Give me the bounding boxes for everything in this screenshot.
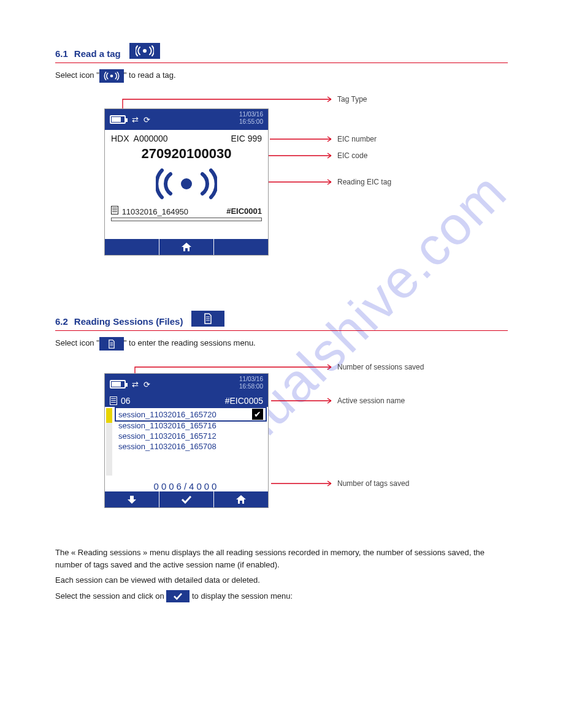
svg-point-1 [110,75,113,78]
bottom-bar [105,239,268,255]
list-item[interactable]: session_11032016_165712 [116,431,266,441]
document-icon-2 [110,396,117,405]
status-date-2: 11/03/16 [239,376,263,382]
callout-tags-count: Number of tags saved [337,479,409,488]
document-chip-icon [191,311,224,327]
status-icons: ⇄ ⟳ [132,115,151,124]
scrollbar[interactable] [106,408,112,476]
sec2-para2: Each session can be viewed with detailed… [55,574,508,586]
bottom-seg-3[interactable] [214,239,268,255]
sec2-para3-a: Select the session and click on [55,591,166,601]
rfid-icon [129,43,160,59]
callout-active-session: Active session name [337,396,405,405]
home-button[interactable] [159,239,214,255]
status-bar-2: ⇄ ⟳ 11/03/16 16:58:00 [105,374,268,395]
screen2-header: 06 #EIC0005 [105,395,268,407]
rfid-icon-inline [99,69,124,83]
document-icon [111,206,118,214]
home-button-2[interactable] [214,491,268,507]
status-bar: ⇄ ⟳ 11/03/16 16:55:00 [105,109,268,130]
eic-label: EIC 999 [231,134,262,143]
section-1-heading: 6.1 Read a tag [55,43,508,59]
eic-code-small: #EIC0001 [226,207,262,216]
callout-eic-code: EIC code [337,151,367,160]
screen2: ⇄ ⟳ 11/03/16 16:58:00 06 #EIC0005 [104,373,269,508]
list-item[interactable]: session_11032016_165716 [116,420,266,431]
callout-eic-number: EIC number [337,135,377,143]
active-session: #EIC0005 [225,396,263,406]
sec2-para3: Select the session and click on to displ… [55,590,508,603]
battery-icon [110,115,126,124]
status-time-val-2: 16:58:00 [239,383,263,390]
status-time: 11/03/16 16:55:00 [239,111,263,126]
svg-point-2 [181,178,192,189]
eic-code-big: 270920100030 [105,143,268,165]
sec2-para3-b: to display the session menu: [190,591,293,601]
list-item-label: session_11032016_165716 [118,421,216,430]
section-2-num: 6.2 [55,316,68,327]
divider-2 [55,330,508,331]
rfid-big-icon [105,165,268,202]
sec2-text-a: Select icon " [55,338,99,347]
scrollbar-thumb[interactable] [106,408,112,423]
hdx-label: HDX [111,134,129,143]
check-icon: ✔ [252,409,263,420]
bottom-seg-1[interactable] [105,239,159,255]
sec2-text-b: " to enter the reading sessions menu. [124,338,256,347]
screen1-figure: Tag Type EIC number EIC code Reading EIC… [104,96,448,280]
battery-icon-2 [110,380,126,389]
section-1-title: Read a tag [74,48,121,59]
section-2-title: Reading Sessions (Files) [74,316,183,327]
down-button[interactable] [105,491,159,507]
callout-sessions-count: Number of sessions saved [337,363,424,371]
confirm-button[interactable] [159,491,214,507]
screen1: ⇄ ⟳ 11/03/16 16:55:00 HDX A000000 EIC 99… [104,108,269,256]
sec2-text: Select icon "" to enter the reading sess… [55,337,508,351]
tag-row: HDX A000000 EIC 999 [105,130,268,143]
status-icons-2: ⇄ ⟳ [132,380,151,389]
bottom-bar-2 [105,491,268,507]
sec1-text-b: " to read a tag. [124,70,176,80]
callout-tag-type: Tag Type [337,95,367,104]
sec1-text-a: Select icon " [55,70,99,80]
status-time-2: 11/03/16 16:58:00 [239,376,263,390]
session-list: session_11032016_165720 ✔ session_110320… [116,408,266,476]
list-item-label: session_11032016_165720 [118,410,216,419]
svg-point-0 [143,49,147,53]
document-chip-inline [99,337,124,351]
list-item-label: session_11032016_165712 [118,431,216,441]
section-2-heading: 6.2 Reading Sessions (Files) [55,311,508,327]
list-item[interactable]: session_11032016_165720 ✔ [116,408,266,420]
sec1-text: Select icon "" to read a tag. [55,69,508,83]
divider [55,63,508,63]
sessions-count: 06 [121,396,131,406]
sec2-para1: The « Reading sessions » menu displays t… [55,547,508,571]
screen2-figure: Number of sessions saved Active session … [104,364,448,536]
tag-counter: 0006/4000 [105,481,268,491]
status-date: 11/03/16 [239,111,263,118]
check-chip-icon [166,590,190,602]
session-name: 11032016_164950 [122,207,188,216]
list-item[interactable]: session_11032016_165708 [116,441,266,452]
session-row: 11032016_164950 #EIC0001 [105,202,268,218]
status-time-val: 16:55:00 [239,118,263,125]
list-item-label: session_11032016_165708 [118,442,216,451]
callout-reading: Reading EIC tag [337,178,391,186]
progress-bar [111,218,262,221]
a0-value: A000000 [134,134,168,143]
section-1-num: 6.1 [55,48,68,59]
